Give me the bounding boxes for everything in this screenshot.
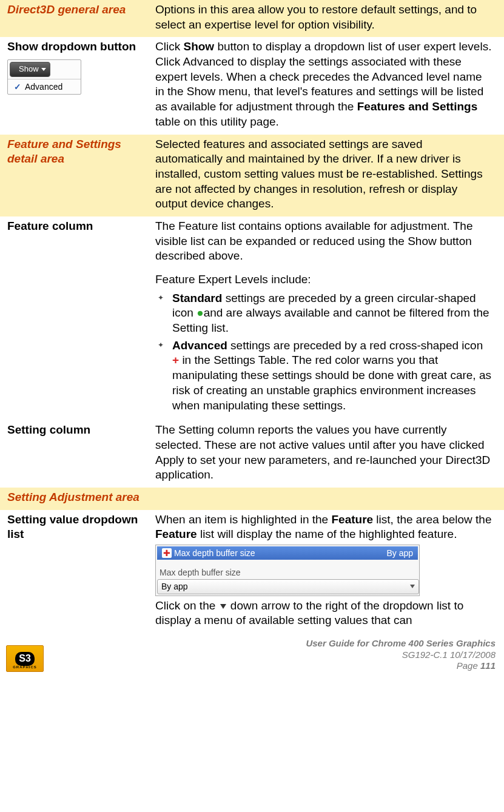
page-footer: S3 User Guide for Chrome 400 Series Grap…: [0, 633, 504, 677]
footer-doc-id: SG192-C.1 10/17/2008: [44, 649, 496, 661]
green-circle-icon: ●: [197, 306, 203, 319]
show-menu-item-advanced[interactable]: ✓Advanced: [8, 79, 81, 94]
row-desc-show-dropdown: Click Show button to display a dropdown …: [152, 37, 504, 134]
triangle-down-icon: [220, 604, 226, 609]
feature-selected-name: Max depth buffer size: [174, 548, 255, 558]
footer-page: Page 111: [44, 660, 496, 672]
section-desc-feature-settings: Selected features and associated setting…: [152, 135, 504, 216]
feature-sub-label: Max depth buffer size: [160, 567, 418, 578]
show-menu-item-label: Advanced: [25, 82, 62, 92]
row-title-setting-value-dd: Setting value dropdown list: [7, 512, 148, 542]
content-table: Direct3D general area Options in this ar…: [0, 0, 504, 633]
row-desc-setting-column: The Setting column reports the values yo…: [152, 420, 504, 488]
s3-logo: S3: [6, 645, 44, 672]
section-title-direct3d: Direct3D general area: [7, 3, 126, 16]
row-title-feature-column: Feature column: [7, 219, 148, 234]
show-button[interactable]: Show: [10, 62, 50, 77]
check-icon: ✓: [14, 82, 21, 92]
section-title-feature-settings: Feature and Settings detail area: [7, 138, 121, 166]
feature-selection-box: ✚Max depth buffer size By app Max depth …: [155, 545, 420, 596]
section-title-setting-adjustment: Setting Adjustment area: [7, 491, 139, 503]
dropdown-value: By app: [161, 581, 188, 592]
section-desc-direct3d: Options in this area allow you to restor…: [152, 0, 504, 37]
show-dropdown-widget: Show ✓Advanced: [7, 59, 81, 95]
chevron-down-icon: [410, 585, 415, 588]
setting-value-dropdown[interactable]: By app: [157, 579, 419, 594]
row-title-show-dropdown: Show dropdown button: [7, 39, 148, 55]
row-desc-setting-value-dd: When an item is highlighted in the Featu…: [152, 510, 504, 633]
feature-selected-row[interactable]: ✚Max depth buffer size By app: [157, 546, 418, 560]
row-desc-feature-column: The Feature list contains options availa…: [152, 216, 504, 420]
red-plus-icon: ✚: [162, 548, 172, 558]
red-plus-icon: +: [172, 354, 179, 366]
row-title-setting-column: Setting column: [7, 423, 148, 438]
bullet-standard: Standard settings are preceded by a gree…: [170, 291, 492, 336]
footer-guide-title: User Guide for Chrome 400 Series Graphic…: [44, 638, 496, 649]
bullet-advanced: Advanced settings are preceded by a red …: [170, 338, 492, 413]
feature-selected-value: By app: [386, 548, 413, 559]
